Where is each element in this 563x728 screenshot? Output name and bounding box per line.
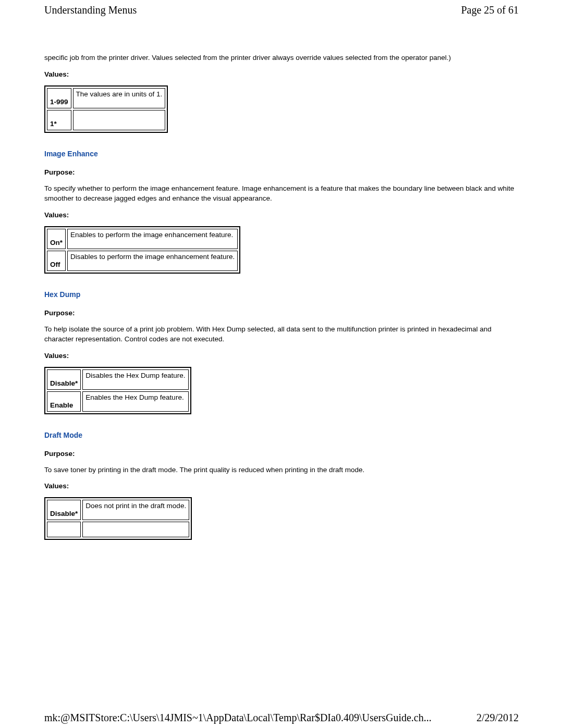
table-row: Off Disables to perform the image enhanc… <box>47 251 238 271</box>
table-row <box>47 522 189 537</box>
image-enhance-purpose: To specify whether to perform the image … <box>44 183 519 204</box>
values-label: Values: <box>44 211 519 219</box>
table-row: Enable Enables the Hex Dump feature. <box>47 391 189 412</box>
intro-paragraph: specific job from the printer driver. Va… <box>44 53 519 63</box>
values-label: Values: <box>44 352 519 360</box>
table-row: Disable* Does not print in the draft mod… <box>47 500 189 520</box>
value-description: Enables to perform the image enhancement… <box>67 229 238 249</box>
hex-dump-purpose: To help isolate the source of a print jo… <box>44 324 519 344</box>
draft-mode-purpose: To save toner by printing in the draft m… <box>44 465 519 475</box>
draft-mode-values-table: Disable* Does not print in the draft mod… <box>44 497 192 540</box>
page-footer: mk:@MSITStore:C:\Users\14JMIS~1\AppData\… <box>44 712 519 724</box>
values-label: Values: <box>44 482 519 490</box>
value-key: On* <box>47 229 66 249</box>
doc-title: Understanding Menus <box>44 4 137 16</box>
page-header: Understanding Menus Page 25 of 61 <box>44 0 519 16</box>
table-row: On* Enables to perform the image enhance… <box>47 229 238 249</box>
image-enhance-values-table: On* Enables to perform the image enhance… <box>44 226 240 274</box>
value-key: 1* <box>47 110 71 130</box>
value-description <box>73 110 166 130</box>
value-key: Enable <box>47 391 81 412</box>
value-key <box>47 522 81 537</box>
table-row: 1* <box>47 110 165 130</box>
value-description <box>82 522 189 537</box>
value-key: Off <box>47 251 66 271</box>
value-key: 1-999 <box>47 88 71 108</box>
purpose-label: Purpose: <box>44 168 519 176</box>
purpose-label: Purpose: <box>44 309 519 317</box>
value-description: Does not print in the draft mode. <box>82 500 189 520</box>
values-label: Values: <box>44 70 519 78</box>
hex-dump-values-table: Disable* Disables the Hex Dump feature. … <box>44 367 191 414</box>
value-description: Disables the Hex Dump feature. <box>82 369 188 390</box>
table-row: Disable* Disables the Hex Dump feature. <box>47 369 189 390</box>
page-number: Page 25 of 61 <box>461 4 519 16</box>
table-row: 1-999 The values are in units of 1. <box>47 88 165 108</box>
value-description: Disables to perform the image enhancemen… <box>67 251 238 271</box>
footer-date: 2/29/2012 <box>476 712 519 724</box>
quantity-values-table: 1-999 The values are in units of 1. 1* <box>44 85 168 133</box>
value-key: Disable* <box>47 369 81 390</box>
image-enhance-heading: Image Enhance <box>44 150 519 158</box>
hex-dump-heading: Hex Dump <box>44 290 519 299</box>
draft-mode-heading: Draft Mode <box>44 431 519 439</box>
value-key: Disable* <box>47 500 81 520</box>
footer-path: mk:@MSITStore:C:\Users\14JMIS~1\AppData\… <box>44 712 432 724</box>
value-description: Enables the Hex Dump feature. <box>82 391 188 412</box>
value-description: The values are in units of 1. <box>73 88 166 108</box>
page-content: specific job from the printer driver. Va… <box>44 16 519 540</box>
purpose-label: Purpose: <box>44 450 519 458</box>
